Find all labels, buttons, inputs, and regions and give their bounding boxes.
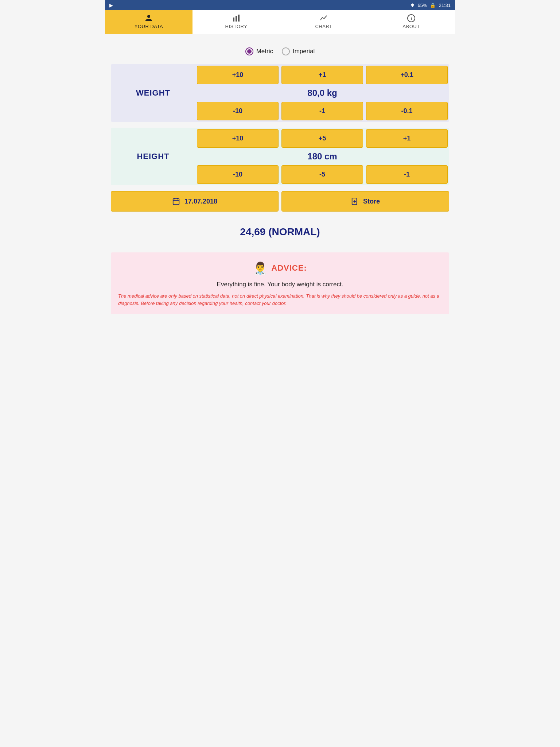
store-document-icon (351, 197, 359, 205)
svg-rect-6 (173, 199, 179, 205)
doctor-icon: 👨‍⚕️ (253, 261, 268, 275)
weight-label-cell: WEIGHT (111, 64, 195, 122)
svg-rect-1 (233, 18, 234, 22)
bmi-result: 24,69 (NORMAL) (111, 226, 449, 238)
tab-about-label: ABOUT (402, 24, 420, 29)
tab-your-data-label: YOUR DATA (135, 24, 163, 29)
advice-disclaimer: The medical advice are only based on sta… (118, 293, 442, 307)
height-minus10-button[interactable]: -10 (197, 165, 279, 184)
height-grid: HEIGHT +10 +5 +1 180 cm -10 -5 -1 (111, 128, 449, 185)
weight-value: 80,0 kg (307, 88, 337, 98)
advice-title: ADVICE: (271, 263, 307, 273)
bottom-row: 17.07.2018 Store (111, 191, 449, 212)
imperial-radio[interactable]: Imperial (282, 47, 315, 55)
svg-rect-3 (238, 15, 240, 22)
svg-point-0 (147, 15, 150, 18)
weight-grid: WEIGHT +10 +1 +0.1 80,0 kg -10 -1 -0.1 (111, 64, 449, 122)
weight-label: WEIGHT (136, 88, 170, 98)
store-label: Store (363, 198, 380, 205)
line-chart-icon (319, 14, 328, 23)
weight-minus01-button[interactable]: -0.1 (366, 102, 448, 120)
advice-section: 👨‍⚕️ ADVICE: Everything is fine. Your bo… (111, 252, 449, 314)
status-bar: ▶ ✱ 65% 🔒 21:31 (105, 0, 455, 10)
tab-about[interactable]: i ABOUT (368, 10, 455, 34)
advice-header: 👨‍⚕️ ADVICE: (118, 261, 442, 275)
date-label: 17.07.2018 (184, 198, 217, 205)
height-label-cell: HEIGHT (111, 128, 195, 185)
advice-body: Everything is fine. Your body weight is … (118, 281, 442, 288)
weight-minus10-button[interactable]: -10 (197, 102, 279, 120)
height-minus1-button[interactable]: -1 (366, 165, 448, 184)
tab-history[interactable]: HISTORY (192, 10, 280, 34)
imperial-radio-button[interactable] (282, 47, 290, 55)
battery-icon: 🔒 (430, 3, 436, 8)
weight-minus1-button[interactable]: -1 (281, 102, 363, 120)
info-icon: i (407, 14, 416, 23)
youtube-icon: ▶ (109, 3, 113, 8)
imperial-label: Imperial (293, 48, 315, 55)
height-plus10-button[interactable]: +10 (197, 129, 279, 148)
bmi-value: 24,69 (NORMAL) (240, 226, 320, 237)
metric-radio-inner (247, 49, 252, 54)
store-button[interactable]: Store (281, 191, 449, 212)
height-plus5-button[interactable]: +5 (281, 129, 363, 148)
tab-history-label: HISTORY (225, 24, 248, 29)
metric-label: Metric (256, 48, 273, 55)
clock: 21:31 (439, 3, 451, 8)
battery-level: 65% (417, 3, 427, 8)
person-icon (144, 14, 153, 23)
bar-chart-icon (232, 14, 241, 23)
tab-chart-label: CHART (315, 24, 332, 29)
height-minus5-button[interactable]: -5 (281, 165, 363, 184)
svg-rect-2 (236, 16, 237, 22)
unit-selector: Metric Imperial (111, 47, 449, 55)
metric-radio[interactable]: Metric (245, 47, 273, 55)
weight-plus10-button[interactable]: +10 (197, 66, 279, 84)
weight-plus01-button[interactable]: +0.1 (366, 66, 448, 84)
svg-text:i: i (411, 16, 412, 21)
height-label: HEIGHT (137, 152, 169, 161)
metric-radio-button[interactable] (245, 47, 253, 55)
height-value-cell: 180 cm (195, 149, 449, 164)
height-plus1-button[interactable]: +1 (366, 129, 448, 148)
bluetooth-icon: ✱ (411, 3, 415, 8)
weight-plus1-button[interactable]: +1 (281, 66, 363, 84)
calendar-icon (172, 197, 180, 205)
tab-chart[interactable]: CHART (280, 10, 368, 34)
height-section: HEIGHT +10 +5 +1 180 cm -10 -5 -1 (111, 128, 449, 185)
height-value: 180 cm (307, 151, 337, 162)
tab-your-data[interactable]: YOUR DATA (105, 10, 192, 34)
weight-value-cell: 80,0 kg (195, 86, 449, 100)
date-button[interactable]: 17.07.2018 (111, 191, 279, 212)
weight-section: WEIGHT +10 +1 +0.1 80,0 kg -10 -1 -0.1 (111, 64, 449, 122)
tab-bar: YOUR DATA HISTORY CHART i ABOUT (105, 10, 455, 34)
main-content: Metric Imperial WEIGHT +10 +1 +0.1 80,0 … (105, 34, 455, 329)
